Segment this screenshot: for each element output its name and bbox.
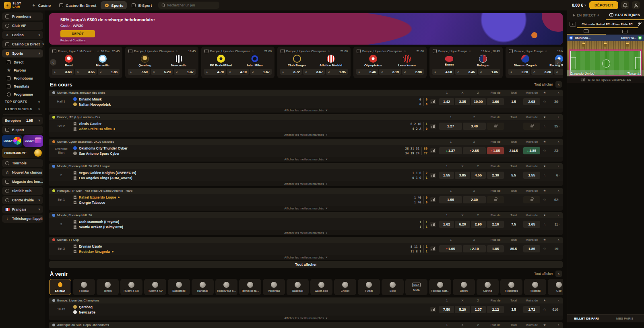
notifications-button[interactable] xyxy=(621,1,629,9)
favorite-star-icon[interactable]: ☆ xyxy=(175,49,178,53)
odds-button[interactable]: 10.00 xyxy=(471,98,486,105)
sport-tab-football[interactable]: Football xyxy=(73,279,95,295)
odds-button[interactable]: 21.85 xyxy=(478,69,500,75)
sport-tab-en-haut[interactable]: En haut xyxy=(49,279,71,295)
promo-deposit-button[interactable]: DÉPÔT xyxy=(60,30,95,37)
league-header[interactable]: Monde, Matchs amicaux des clubs1X2Plus d… xyxy=(49,90,563,96)
upcoming-collapse-button[interactable]: ∧ xyxy=(555,271,562,277)
sport-tab-flechettes[interactable]: Fléchettes xyxy=(500,279,522,295)
pin-icon[interactable] xyxy=(638,23,642,26)
stats-chart-icon[interactable] xyxy=(430,246,436,251)
odds-button[interactable]: 21.67 xyxy=(250,69,272,75)
featured-match-card[interactable]: Europe, Ligue des Champions☆21:00Club Br… xyxy=(277,47,351,78)
collapse-icon[interactable]: ∧ xyxy=(549,238,559,242)
collapse-icon[interactable]: ∧ xyxy=(549,140,559,144)
odds-button[interactable]: X3.19 xyxy=(379,69,401,75)
nav-casino[interactable]: ♠Casino xyxy=(28,1,55,9)
deposit-button[interactable]: DÉPOSER xyxy=(589,1,618,9)
sport-tab-floorball[interactable]: Floorball xyxy=(524,279,546,295)
sport-tab-mma[interactable]: MMAMMA xyxy=(405,279,427,295)
sidebar-item-slotlair-hub[interactable]: Slotlair Hub xyxy=(2,187,43,195)
odds-button[interactable]: 13.72 xyxy=(280,69,302,75)
markets-count[interactable]: 19› xyxy=(549,247,559,251)
featured-match-card[interactable]: Europe, Ligue Europa☆19 févr., 18:45Dina… xyxy=(506,47,563,78)
league-header[interactable]: Monde, Ehockey NHL 26 H2H League1X2Plus … xyxy=(49,163,563,169)
sport-tab-bandy[interactable]: Bandy xyxy=(453,279,475,295)
more-markets-link[interactable]: Afficher les meilleurs marchés∨ xyxy=(49,316,563,320)
markets-count[interactable]: 62› xyxy=(549,198,559,202)
sport-tab-curling[interactable]: Curling xyxy=(477,279,499,295)
sidebar-section-top-sports[interactable]: TOP SPORTS∨ xyxy=(2,99,43,105)
featured-match-card[interactable]: Europe, Ligue Europa☆19 févr., 18:45Bran… xyxy=(429,47,503,78)
featured-match-card[interactable]: France, Ligue 1 McDonald's®☆20 févr., 20… xyxy=(49,47,122,78)
markets-count[interactable]: 36› xyxy=(549,100,559,104)
favorite-star-icon[interactable]: ☆ xyxy=(545,49,547,53)
app-logo[interactable]: ♠ SLOTLAIR xyxy=(4,2,21,9)
more-markets-link[interactable]: Afficher les meilleurs marchés∨ xyxy=(49,230,563,235)
match-row[interactable]: Set 2Alexis GautierAdan Freire Da Silva6… xyxy=(49,120,563,132)
favorite-star-icon[interactable]: ☆ xyxy=(541,222,548,226)
favorite-star-icon[interactable]: ☆ xyxy=(541,247,548,251)
odds-button[interactable]: 2.12 xyxy=(487,306,504,313)
tab-statistiques[interactable]: ≈ STATISTIQUES xyxy=(606,10,644,20)
odds-button[interactable]: 22.98 xyxy=(402,69,424,75)
odds-button[interactable]: ▾1.65 xyxy=(439,245,462,252)
more-markets-link[interactable]: Afficher les meilleurs marchés∨ xyxy=(49,206,563,211)
sidebar-item-langue[interactable]: Français∨ xyxy=(2,205,43,213)
sidebar-item-resultats[interactable]: Résultats xyxy=(2,83,43,90)
odds-button[interactable]: 1.65 xyxy=(523,221,540,228)
odds-button[interactable]: X3.36 xyxy=(531,69,553,75)
lucky-spin-banner[interactable]: LUCKY SPIN xyxy=(2,135,22,147)
sport-tab-rugby-xv[interactable]: Rugby à XV xyxy=(144,279,166,295)
odds-button[interactable]: ▴2.10 xyxy=(463,245,486,252)
league-header[interactable]: Amérique du Sud, Copa Libertadores1X2Plu… xyxy=(49,322,563,328)
sport-tab-rugby-xiii[interactable]: Rugby à XIII xyxy=(120,279,142,295)
sport-tab-futsal[interactable]: Futsal xyxy=(358,279,380,295)
upcoming-show-all-link[interactable]: Tout afficher xyxy=(534,272,553,276)
live-show-all-button[interactable]: Tout afficher xyxy=(49,261,563,268)
match-row[interactable]: 3Utah Mammoth (Petya98)Seattle Kraken (B… xyxy=(49,218,563,230)
featured-match-card[interactable]: Europe, Ligue des Champions☆21:00FK Bodo… xyxy=(201,47,275,78)
sidebar-item-direct[interactable]: Direct xyxy=(2,59,43,66)
odds-button[interactable]: X5.20 xyxy=(151,69,173,75)
sport-tab-boxe[interactable]: Boxe xyxy=(382,279,404,295)
collapse-icon[interactable]: ∧ xyxy=(549,189,559,193)
match-row[interactable]: Set 1Rafael Izquierdo LuqueGiorgio Tabac… xyxy=(49,194,563,206)
match-row[interactable]: 2Vegas Golden Knights (OBEREG19)Los Ange… xyxy=(49,169,563,181)
carousel-next-button[interactable]: › xyxy=(555,59,561,66)
favorite-star-icon[interactable]: ☆ xyxy=(251,49,254,53)
odds-button[interactable]: 14.50 xyxy=(432,69,454,75)
sidebar-item-magasin-des-bonus[interactable]: Magasin des bon...SOLDE xyxy=(2,178,43,186)
odds-button[interactable]: 3.35 xyxy=(455,98,470,105)
sidebar-item-sports[interactable]: Sports∧ xyxy=(2,49,43,57)
tab-mes-paris[interactable]: MES PARIS xyxy=(606,315,644,322)
sidebar-item-programme[interactable]: Programme xyxy=(2,91,43,98)
league-header[interactable]: Portugal, ITF Men - Vila Real De Santo A… xyxy=(49,188,563,194)
sport-tab-tennis-de-table[interactable]: Tennis de ta... xyxy=(239,279,261,295)
odds-button[interactable]: 1.66 xyxy=(487,98,504,105)
collapse-icon[interactable]: ∧ xyxy=(549,165,559,168)
odds-button[interactable]: 5.20 xyxy=(455,306,470,313)
league-header[interactable]: Monde, Cyber Basketball. 2K26 Matches12P… xyxy=(49,139,563,145)
favorite-star-icon[interactable]: ☆ xyxy=(541,124,548,128)
odds-button[interactable]: ▾2.85 xyxy=(463,147,486,154)
favorite-star-icon[interactable]: ☆ xyxy=(541,198,548,202)
odds-button[interactable]: 1.62 xyxy=(439,221,454,228)
collapse-icon[interactable]: ∧ xyxy=(549,91,559,94)
lucky-box-banner[interactable]: LUCKY BOX xyxy=(23,135,43,147)
stats-chart-icon[interactable] xyxy=(430,173,436,178)
league-header[interactable]: Europe, Ligue des Champions1X2Plus deTot… xyxy=(49,297,563,303)
more-markets-link[interactable]: Afficher les meilleurs marchés∨ xyxy=(49,157,563,162)
stats-chart-icon[interactable] xyxy=(430,99,436,104)
search-input[interactable] xyxy=(167,3,216,7)
stats-chart-icon[interactable] xyxy=(430,148,436,153)
odds-button[interactable]: 14.70 xyxy=(204,69,226,75)
odds-button[interactable]: 13.63 xyxy=(52,69,74,75)
markets-count[interactable]: 35› xyxy=(549,124,559,128)
live-collapse-button[interactable]: ∧ xyxy=(555,81,562,88)
odds-button[interactable]: X4.10 xyxy=(227,69,249,75)
odds-button[interactable]: 1.85 xyxy=(487,245,504,252)
odds-button[interactable]: 12.20 xyxy=(508,69,530,75)
programme-vip-banner[interactable]: PROGRAMME VIP xyxy=(2,148,43,158)
live-show-all-link[interactable]: Tout afficher xyxy=(534,82,553,86)
